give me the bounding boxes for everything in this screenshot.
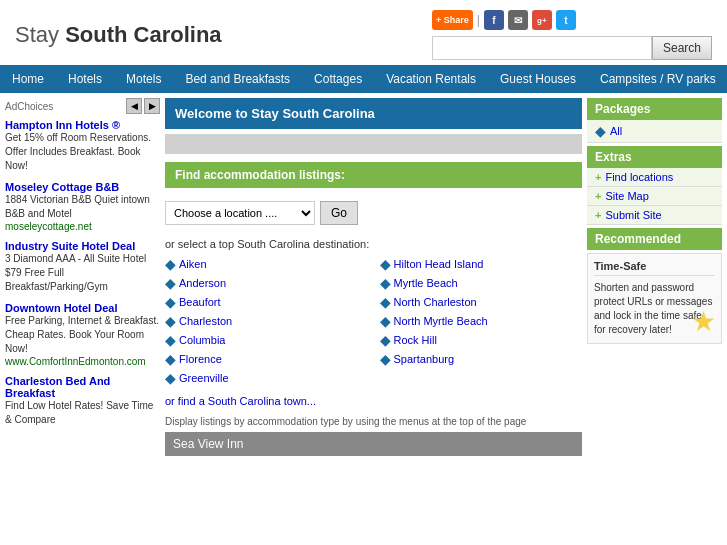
search-box: Search [432, 36, 712, 60]
time-safe-title: Time-Safe [594, 260, 715, 276]
nav-item-motels[interactable]: Motels [114, 65, 173, 93]
destination-item: ◆Hilton Head Island [380, 256, 583, 272]
destination-item: ◆Florence [165, 351, 368, 367]
header: Stay South Carolina + Share | f ✉ g+ t S… [0, 0, 727, 65]
welcome-banner-gray [165, 134, 582, 154]
nav-item-bed-and-breakfasts[interactable]: Bed and Breakfasts [173, 65, 302, 93]
find-acc-banner: Find accommodation listings: [165, 162, 582, 188]
packages-header: Packages [587, 98, 722, 120]
email-icon[interactable]: ✉ [508, 10, 528, 30]
prev-ad-button[interactable]: ◀ [126, 98, 142, 114]
ad-text-2: 3 Diamond AAA - All Suite Hotel $79 Free… [5, 252, 160, 294]
title-stay: Stay [15, 22, 65, 47]
ad-text-1: 1884 Victorian B&B Quiet intown B&B and … [5, 193, 160, 221]
nav-item-guest-houses[interactable]: Guest Houses [488, 65, 588, 93]
location-select[interactable]: Choose a location .... [165, 201, 315, 225]
left-sidebar: AdChoices ◀ ▶ Hampton Inn Hotels ®Get 15… [5, 98, 160, 456]
star-decoration: ★ [691, 305, 716, 338]
destination-item: ◆Charleston [165, 313, 368, 329]
nav-item-vacation-rentals[interactable]: Vacation Rentals [374, 65, 488, 93]
center-content: Welcome to Stay South Carolina Find acco… [165, 98, 582, 456]
search-button[interactable]: Search [652, 36, 712, 60]
dest-bullet: ◆ [380, 256, 391, 272]
destination-list: ◆Aiken◆Anderson◆Beaufort◆Charleston◆Colu… [165, 256, 582, 386]
nav-item-campsites-/-rv-parks[interactable]: Campsites / RV parks [588, 65, 727, 93]
dest-link-hilton-head-island[interactable]: Hilton Head Island [394, 258, 484, 270]
packages-section: Packages ◆ All [587, 98, 722, 143]
ad-blocks: Hampton Inn Hotels ®Get 15% off Room Res… [5, 119, 160, 427]
dest-link-spartanburg[interactable]: Spartanburg [394, 353, 455, 365]
extras-item-site-map[interactable]: + Site Map [587, 187, 722, 206]
nav-item-cottages[interactable]: Cottages [302, 65, 374, 93]
title-main: South Carolina [65, 22, 221, 47]
ad-block-0: Hampton Inn Hotels ®Get 15% off Room Res… [5, 119, 160, 173]
extras-item-submit-site[interactable]: + Submit Site [587, 206, 722, 225]
destination-intro: or select a top South Carolina destinati… [165, 238, 582, 250]
extras-plus: + [595, 190, 601, 202]
dest-bullet: ◆ [380, 275, 391, 291]
extras-item-find-locations[interactable]: + Find locations [587, 168, 722, 187]
dest-link-aiken[interactable]: Aiken [179, 258, 207, 270]
packages-all-link[interactable]: All [610, 125, 622, 137]
social-icons-bar: + Share | f ✉ g+ t [432, 10, 712, 30]
dest-link-greenville[interactable]: Greenville [179, 372, 229, 384]
main-content: AdChoices ◀ ▶ Hampton Inn Hotels ®Get 15… [0, 93, 727, 461]
sea-view-bar: Sea View Inn [165, 432, 582, 456]
dest-bullet: ◆ [165, 351, 176, 367]
dest-link-north-charleston[interactable]: North Charleston [394, 296, 477, 308]
next-ad-button[interactable]: ▶ [144, 98, 160, 114]
ad-link-1[interactable]: Moseley Cottage B&B [5, 181, 119, 193]
site-title: Stay South Carolina [15, 22, 222, 48]
destination-item: ◆Anderson [165, 275, 368, 291]
ad-block-2: Industry Suite Hotel Deal3 Diamond AAA -… [5, 240, 160, 294]
ad-url-1: moseleycottage.net [5, 221, 160, 232]
dest-link-north-myrtle-beach[interactable]: North Myrtle Beach [394, 315, 488, 327]
adchoices-bar: AdChoices ◀ ▶ [5, 98, 160, 114]
welcome-banner: Welcome to Stay South Carolina [165, 98, 582, 129]
dest-link-anderson[interactable]: Anderson [179, 277, 226, 289]
destination-item: ◆Aiken [165, 256, 368, 272]
dest-link-columbia[interactable]: Columbia [179, 334, 225, 346]
googleplus-icon[interactable]: g+ [532, 10, 552, 30]
extras-list: + Find locations+ Site Map+ Submit Site [587, 168, 722, 225]
header-right: + Share | f ✉ g+ t Search [432, 10, 712, 60]
search-input[interactable] [432, 36, 652, 60]
location-form: Choose a location .... Go [165, 196, 582, 230]
ad-url-3: www.ComfortInnEdmonton.com [5, 356, 160, 367]
dest-bullet: ◆ [380, 313, 391, 329]
packages-all: ◆ All [587, 120, 722, 143]
nav-item-home[interactable]: Home [0, 65, 56, 93]
dest-bullet: ◆ [165, 256, 176, 272]
ad-link-3[interactable]: Downtown Hotel Deal [5, 302, 117, 314]
dest-bullet: ◆ [165, 275, 176, 291]
ad-link-0[interactable]: Hampton Inn Hotels ® [5, 119, 120, 131]
dest-link-florence[interactable]: Florence [179, 353, 222, 365]
dest-link-myrtle-beach[interactable]: Myrtle Beach [394, 277, 458, 289]
dest-link-beaufort[interactable]: Beaufort [179, 296, 221, 308]
ad-block-1: Moseley Cottage B&B1884 Victorian B&B Qu… [5, 181, 160, 232]
nav-item-hotels[interactable]: Hotels [56, 65, 114, 93]
facebook-icon[interactable]: f [484, 10, 504, 30]
adchoices-label: AdChoices [5, 101, 53, 112]
separator: | [477, 13, 480, 27]
destination-item: ◆Spartanburg [380, 351, 583, 367]
twitter-icon[interactable]: t [556, 10, 576, 30]
find-town-link[interactable]: or find a South Carolina town... [165, 395, 316, 407]
dest-link-rock-hill[interactable]: Rock Hill [394, 334, 437, 346]
adchoices-arrows: ◀ ▶ [126, 98, 160, 114]
ad-link-4[interactable]: Charleston Bed And Breakfast [5, 375, 110, 399]
right-sidebar: Packages ◆ All Extras + Find locations+ … [587, 98, 722, 456]
dest-bullet: ◆ [165, 332, 176, 348]
destination-item: ◆Beaufort [165, 294, 368, 310]
share-button[interactable]: + Share [432, 10, 473, 30]
go-button[interactable]: Go [320, 201, 358, 225]
dest-bullet: ◆ [165, 294, 176, 310]
dest-bullet: ◆ [380, 351, 391, 367]
destination-item: ◆Rock Hill [380, 332, 583, 348]
destination-item: ◆Myrtle Beach [380, 275, 583, 291]
ad-link-2[interactable]: Industry Suite Hotel Deal [5, 240, 135, 252]
dest-bullet: ◆ [380, 332, 391, 348]
recommended-header: Recommended [587, 228, 722, 250]
dest-link-charleston[interactable]: Charleston [179, 315, 232, 327]
ad-block-3: Downtown Hotel DealFree Parking, Interne… [5, 302, 160, 367]
